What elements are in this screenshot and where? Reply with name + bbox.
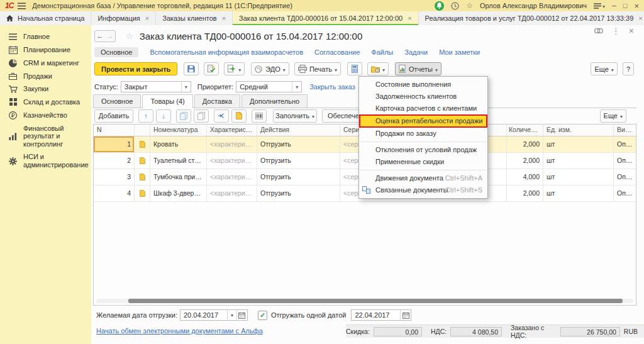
sidebar-item-warehouse[interactable]: Склад и доставка (0, 96, 91, 109)
menu-item-applied-discounts[interactable]: Примененные скидки (359, 156, 487, 168)
cell-nomenclature[interactable]: Кровать (150, 136, 207, 152)
tab-home[interactable]: Начальная страница (0, 11, 91, 25)
menu-item-client-debt[interactable]: Задолженность клиентов (359, 91, 487, 103)
col-header-icon[interactable] (135, 125, 150, 136)
print-button[interactable]: Печать (294, 62, 341, 75)
tab-goods[interactable]: Товары (4) (142, 94, 192, 108)
menu-item-sale-profitability-highlighted[interactable]: Оценка рентабельности продажи (359, 114, 487, 128)
favorite-star-icon[interactable] (126, 31, 133, 41)
priority-caret-icon[interactable] (292, 82, 301, 92)
history-clock-icon[interactable] (451, 2, 459, 10)
post-and-close-button[interactable]: Провести и закрыть (94, 62, 177, 75)
reports-button[interactable]: Отчеты (395, 62, 441, 75)
status-caret-icon[interactable] (181, 82, 191, 92)
tab-close-icon[interactable] (402, 14, 411, 22)
current-user[interactable]: Орлов Александр Владимирович (480, 2, 587, 9)
cell-action[interactable]: Отгрузить (257, 153, 340, 169)
cell-nomenclature[interactable]: Тумбочка прикроватная (150, 169, 207, 185)
cell-price-kind[interactable]: Оптовая (614, 169, 636, 185)
barcode-scanner-button[interactable] (252, 109, 267, 123)
cell-unit[interactable]: шт (543, 153, 614, 169)
back-button[interactable] (95, 31, 105, 42)
item-doc-icon[interactable] (135, 186, 150, 201)
nav-my-notes[interactable]: Мои заметки (439, 48, 480, 56)
service-menu-icon[interactable] (594, 2, 605, 9)
tab-customer-orders[interactable]: Заказы клиентов (156, 11, 233, 25)
cell-qty[interactable]: 2,000 (507, 153, 543, 169)
move-down-button[interactable] (156, 109, 171, 123)
calculator-button[interactable] (347, 62, 362, 75)
move-up-button[interactable] (138, 109, 153, 123)
col-header-price-kind[interactable]: Вид цен (614, 125, 636, 136)
col-header-actions[interactable]: Действия (257, 125, 340, 136)
col-header-qty[interactable]: Количество (507, 125, 543, 136)
close-window-icon[interactable] (634, 1, 639, 11)
main-menu-icon[interactable] (18, 3, 26, 9)
calendar-icon[interactable] (400, 310, 411, 320)
tab-delivery[interactable]: Доставка (194, 94, 240, 108)
nav-main[interactable]: Основное (94, 47, 138, 57)
item-doc-icon[interactable] (135, 136, 150, 152)
sidebar-item-treasury[interactable]: Казначейство (0, 109, 91, 122)
tab-close-icon[interactable] (140, 14, 149, 22)
tab-close-icon[interactable] (633, 14, 642, 22)
edo-button[interactable]: ЭДО (251, 62, 289, 75)
cell-action[interactable]: Отгрузить (257, 136, 340, 152)
priority-select[interactable]: Средний (236, 81, 302, 92)
status-select[interactable]: Закрыт (121, 81, 191, 92)
create-based-on-button[interactable] (224, 62, 245, 75)
tab-customer-order-active[interactable]: Заказ клиента ТД00-000016 от 15.04.2017 … (233, 11, 419, 25)
sidebar-item-financial-result[interactable]: Финансовый результат и контроллинг (0, 122, 91, 151)
share-split-button[interactable] (214, 109, 229, 123)
open-item-card-button[interactable] (231, 109, 247, 123)
cell-n[interactable]: 2 (94, 153, 135, 169)
nav-aux-info[interactable]: Вспомогательная информация взаиморасчето… (150, 48, 303, 56)
tab-goods-sale[interactable]: Реализация товаров и услуг ТД00-000012 о… (419, 11, 644, 25)
cell-unit[interactable]: шт (543, 136, 614, 152)
menu-item-settlements-card[interactable]: Карточка расчетов с клиентами (359, 103, 487, 114)
cell-n[interactable]: 3 (94, 169, 135, 185)
tab-information[interactable]: Информация (91, 11, 156, 25)
get-link-icon[interactable] (594, 28, 603, 33)
cell-qty[interactable]: 4,000 (507, 169, 543, 185)
scrollbar-thumb[interactable] (128, 299, 623, 303)
menu-item-related-documents[interactable]: Связанные документы Ctrl+Shift+S (359, 184, 487, 196)
cell-characteristic[interactable]: <характеристики> (207, 153, 257, 169)
col-header-n[interactable]: N (94, 125, 135, 136)
post-document-button[interactable] (204, 62, 219, 75)
sidebar-item-purchases[interactable]: Закупки (0, 82, 91, 96)
calendar-icon[interactable] (236, 310, 247, 320)
cell-characteristic[interactable]: <характеристики> (207, 169, 257, 185)
menu-item-deviations[interactable]: Отклонения от условий продаж (359, 144, 487, 156)
cell-characteristic[interactable]: <характеристики> (207, 186, 257, 201)
cell-action[interactable]: Отгрузить (257, 169, 340, 185)
cell-characteristic[interactable]: <характеристики> (207, 136, 257, 152)
horizontal-scrollbar[interactable] (96, 299, 633, 303)
more-actions-kebab-icon[interactable] (612, 26, 620, 36)
ship-date-caret-icon[interactable] (227, 310, 236, 320)
edi-exchange-link[interactable]: Начать обмен электронными документами с … (96, 327, 263, 335)
menu-item-execution-state[interactable]: Состояние выполнения (359, 79, 487, 91)
attached-files-button[interactable] (367, 62, 389, 75)
cell-action[interactable]: Отгрузить (257, 186, 340, 201)
tab-close-icon[interactable] (217, 14, 226, 22)
cell-price-kind[interactable]: Оптовая (614, 136, 636, 152)
cell-n[interactable]: 4 (94, 186, 135, 201)
notifications-bell-icon[interactable] (435, 1, 444, 11)
item-doc-icon[interactable] (135, 153, 150, 169)
cell-n[interactable]: 1 (94, 136, 135, 152)
save-button[interactable] (184, 62, 199, 75)
close-document-icon[interactable] (629, 26, 634, 36)
sidebar-item-sales[interactable]: Продажи (0, 70, 91, 83)
more-button[interactable]: Еще (591, 62, 617, 75)
sidebar-item-planning[interactable]: Планирование (0, 43, 91, 57)
cell-nomenclature[interactable]: Шкаф 3-дверный (150, 186, 207, 201)
cell-unit[interactable]: шт (543, 169, 614, 185)
copy-row-button[interactable] (176, 109, 191, 123)
add-row-button[interactable]: Добавить (94, 109, 133, 123)
maximize-icon[interactable] (623, 2, 628, 9)
col-header-unit[interactable]: Ед. изм. (543, 125, 614, 136)
menu-item-document-movements[interactable]: Движения документа Ctrl+Shift+A (359, 172, 487, 184)
sidebar-item-nsi-admin[interactable]: НСИ и администрирование (0, 150, 91, 171)
tab-additional[interactable]: Дополнительно (242, 94, 308, 108)
